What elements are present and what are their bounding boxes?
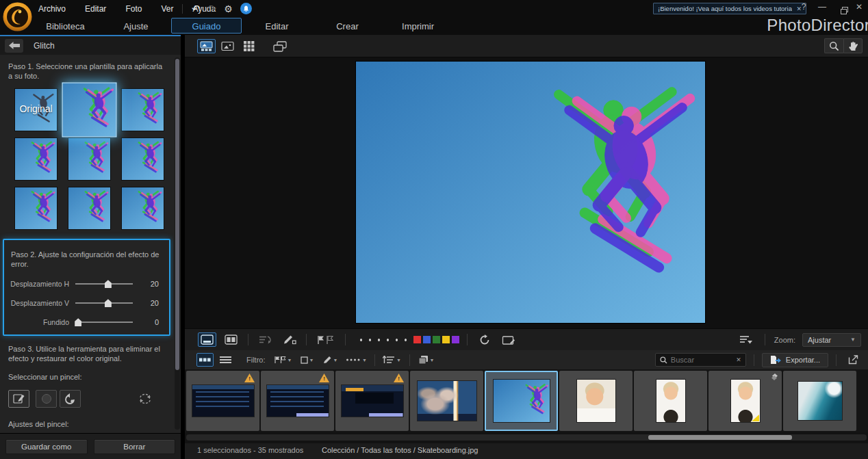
filmstrip-item[interactable]: !: [559, 371, 633, 431]
export-button[interactable]: Exportar...: [762, 353, 828, 367]
color-swatch[interactable]: [413, 336, 421, 343]
photo-thumbnail[interactable]: [731, 380, 760, 422]
photo-thumbnail[interactable]: [798, 382, 842, 420]
color-swatch[interactable]: [452, 336, 459, 343]
zoom-fit-dropdown[interactable]: Ajustar ▼: [802, 333, 861, 347]
filmstrip-item[interactable]: !: [186, 371, 259, 431]
viewer-grid-view-button[interactable]: [240, 39, 258, 53]
viewer-filmstrip-view-button[interactable]: [197, 39, 216, 53]
sort-order-dropdown[interactable]: ▼: [381, 353, 404, 367]
sort-menu-icon[interactable]: [737, 332, 756, 347]
filmstrip-item[interactable]: !: [410, 371, 483, 431]
open-external-icon[interactable]: [844, 353, 863, 367]
filmstrip-item[interactable]: !: [261, 371, 334, 431]
filmstrip-item[interactable]: !: [783, 371, 856, 431]
glitch-template-thumbnail[interactable]: [62, 82, 116, 137]
edited-photo-skateboarder[interactable]: [356, 62, 705, 323]
glitch-template-thumbnail[interactable]: Original: [14, 88, 58, 131]
photo-thumbnail[interactable]: [267, 385, 329, 417]
minimize-button[interactable]: —: [817, 2, 827, 12]
filmstrip-toolbar: Filtro: ▼ ▼ ▼ ▼ ▼: [185, 350, 868, 369]
edit-pencil-icon[interactable]: [280, 332, 298, 347]
thumbnail-view-button[interactable]: [196, 353, 214, 367]
color-swatch[interactable]: [433, 336, 440, 343]
photo-thumbnail[interactable]: [656, 380, 685, 422]
glitch-template-thumbnail[interactable]: [121, 88, 164, 131]
help-button[interactable]: ?: [799, 2, 808, 12]
restore-brush-button[interactable]: [60, 390, 81, 408]
filmstrip-item[interactable]: !: [335, 371, 409, 431]
welcome-banner[interactable]: ¡Bienvenido! ¡Vea aquí todos los videos …: [653, 3, 806, 14]
slider-thumb[interactable]: [105, 299, 112, 307]
reset-brush-icon[interactable]: [135, 391, 155, 406]
photo-thumbnail[interactable]: [192, 385, 254, 417]
star-rating-dots[interactable]: [353, 335, 408, 345]
slider-thumb[interactable]: [75, 318, 81, 326]
glitch-template-thumbnail[interactable]: [14, 137, 58, 181]
menu-item[interactable]: Archivo: [38, 4, 66, 14]
zoom-magnifier-icon[interactable]: [824, 38, 843, 53]
glitch-template-thumbnail[interactable]: [14, 187, 58, 230]
menu-item[interactable]: Ver: [161, 4, 173, 14]
module-tab[interactable]: Biblioteca: [30, 18, 101, 34]
undo-icon[interactable]: ↶: [192, 3, 201, 14]
glitch-template-thumbnail[interactable]: [68, 137, 111, 181]
slider-label: Desplazamiento H: [10, 280, 75, 288]
filmstrip-item[interactable]: !: [485, 371, 558, 431]
module-tab[interactable]: Ajuste: [101, 18, 171, 34]
module-tab[interactable]: Imprimir: [383, 18, 453, 34]
color-swatch[interactable]: [442, 336, 450, 343]
single-photo-view-button[interactable]: [198, 332, 216, 347]
search-clear-icon[interactable]: ✕: [736, 356, 741, 363]
save-as-button[interactable]: Guardar como: [5, 439, 88, 454]
history-list-icon[interactable]: [256, 332, 275, 347]
flag-pick-reject-icons[interactable]: [314, 332, 337, 347]
close-button[interactable]: ✕: [854, 2, 864, 12]
search-box[interactable]: ✕: [655, 353, 746, 367]
module-tab[interactable]: Editar: [242, 18, 312, 34]
slider-track[interactable]: [75, 298, 133, 307]
edited-filter-dropdown[interactable]: ▼: [320, 353, 341, 367]
color-swatch[interactable]: [423, 336, 431, 343]
photo-canvas[interactable]: [185, 57, 868, 328]
photo-thumbnail[interactable]: [494, 380, 550, 422]
viewer-single-view-button[interactable]: [218, 39, 237, 53]
settings-gear-icon[interactable]: ⚙: [224, 4, 233, 14]
slider-thumb[interactable]: [105, 280, 112, 288]
crop-canvas-icon[interactable]: [499, 332, 518, 347]
split-compare-button[interactable]: [222, 332, 240, 347]
eraser-size-button[interactable]: [36, 390, 57, 408]
photo-thumbnail[interactable]: [577, 380, 615, 422]
glitch-template-thumbnail[interactable]: [121, 187, 164, 230]
compare-view-button[interactable]: [270, 39, 289, 53]
rotate-icon[interactable]: [475, 332, 494, 347]
filmstrip-item[interactable]: !: [634, 371, 707, 431]
photo-thumbnail[interactable]: [342, 385, 403, 417]
slider-track[interactable]: [75, 279, 133, 288]
scrollbar-thumb[interactable]: [648, 435, 792, 440]
photo-thumbnail[interactable]: [418, 381, 476, 421]
menu-item[interactable]: Editar: [85, 4, 106, 14]
flag-filter-dropdown[interactable]: ▼: [272, 353, 294, 367]
stack-photos-dropdown[interactable]: ▼: [416, 353, 437, 367]
back-button[interactable]: [5, 39, 23, 53]
glitch-template-thumbnail[interactable]: [121, 137, 164, 181]
notification-bell-icon[interactable]: [240, 3, 252, 14]
rating-filter-dropdown[interactable]: ▼: [344, 353, 369, 367]
slider-track[interactable]: [75, 317, 133, 326]
brush-tool-button[interactable]: [8, 390, 29, 408]
delete-button[interactable]: Borrar: [94, 439, 176, 454]
list-view-button[interactable]: [217, 353, 234, 367]
filmstrip-item[interactable]: !: [709, 371, 782, 431]
module-tab[interactable]: Guiado: [171, 18, 242, 34]
filmstrip-scrollbar[interactable]: [186, 434, 867, 441]
menu-item[interactable]: Foto: [125, 4, 142, 14]
panel-scrollbar[interactable]: [175, 57, 180, 430]
color-filter-dropdown[interactable]: ▼: [298, 353, 317, 367]
scrollbar-thumb[interactable]: [175, 59, 179, 370]
module-tab[interactable]: Crear: [312, 18, 383, 34]
divider: [467, 334, 468, 345]
pan-hand-icon[interactable]: [843, 38, 863, 53]
glitch-template-thumbnail[interactable]: [68, 187, 111, 230]
search-input[interactable]: [671, 356, 732, 364]
